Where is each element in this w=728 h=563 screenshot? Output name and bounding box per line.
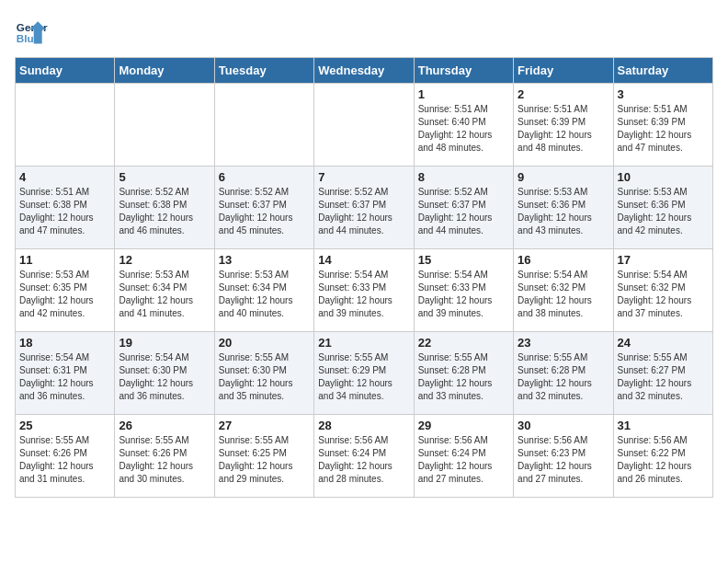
calendar-cell: 17Sunrise: 5:54 AM Sunset: 6:32 PM Dayli… xyxy=(613,249,712,332)
page-header: General Blue xyxy=(15,15,713,48)
day-info: Sunrise: 5:51 AM Sunset: 6:38 PM Dayligh… xyxy=(19,186,110,237)
calendar-cell: 27Sunrise: 5:55 AM Sunset: 6:25 PM Dayli… xyxy=(214,415,313,498)
day-info: Sunrise: 5:55 AM Sunset: 6:26 PM Dayligh… xyxy=(19,434,110,486)
calendar-cell: 22Sunrise: 5:55 AM Sunset: 6:28 PM Dayli… xyxy=(414,332,513,415)
day-number: 3 xyxy=(618,87,709,101)
calendar-week-4: 18Sunrise: 5:54 AM Sunset: 6:31 PM Dayli… xyxy=(16,332,713,415)
day-number: 21 xyxy=(318,336,409,350)
logo-icon: General Blue xyxy=(15,15,48,48)
day-info: Sunrise: 5:53 AM Sunset: 6:36 PM Dayligh… xyxy=(618,186,709,237)
day-info: Sunrise: 5:55 AM Sunset: 6:26 PM Dayligh… xyxy=(119,434,210,486)
day-info: Sunrise: 5:54 AM Sunset: 6:31 PM Dayligh… xyxy=(19,351,110,403)
weekday-header-thursday: Thursday xyxy=(414,58,513,84)
day-info: Sunrise: 5:51 AM Sunset: 6:39 PM Dayligh… xyxy=(618,103,709,155)
calendar-cell: 3Sunrise: 5:51 AM Sunset: 6:39 PM Daylig… xyxy=(613,84,712,167)
day-info: Sunrise: 5:56 AM Sunset: 6:23 PM Dayligh… xyxy=(518,434,609,486)
calendar-cell xyxy=(214,84,313,167)
day-number: 4 xyxy=(19,170,110,184)
calendar-cell: 20Sunrise: 5:55 AM Sunset: 6:30 PM Dayli… xyxy=(214,332,313,415)
day-info: Sunrise: 5:51 AM Sunset: 6:40 PM Dayligh… xyxy=(418,103,509,155)
day-number: 17 xyxy=(618,253,709,267)
day-number: 8 xyxy=(418,170,509,184)
day-info: Sunrise: 5:53 AM Sunset: 6:34 PM Dayligh… xyxy=(119,269,210,320)
calendar-cell: 6Sunrise: 5:52 AM Sunset: 6:37 PM Daylig… xyxy=(214,167,313,249)
calendar-week-2: 4Sunrise: 5:51 AM Sunset: 6:38 PM Daylig… xyxy=(16,167,713,249)
day-number: 14 xyxy=(318,253,409,267)
day-number: 7 xyxy=(318,170,409,184)
calendar-cell: 1Sunrise: 5:51 AM Sunset: 6:40 PM Daylig… xyxy=(414,84,513,167)
calendar-cell: 29Sunrise: 5:56 AM Sunset: 6:24 PM Dayli… xyxy=(414,415,513,498)
calendar-cell: 11Sunrise: 5:53 AM Sunset: 6:35 PM Dayli… xyxy=(16,249,115,332)
weekday-header-saturday: Saturday xyxy=(613,58,712,84)
calendar-cell: 4Sunrise: 5:51 AM Sunset: 6:38 PM Daylig… xyxy=(16,167,115,249)
calendar-cell: 10Sunrise: 5:53 AM Sunset: 6:36 PM Dayli… xyxy=(613,167,712,249)
day-info: Sunrise: 5:54 AM Sunset: 6:30 PM Dayligh… xyxy=(119,351,210,403)
calendar-cell xyxy=(314,84,414,167)
day-info: Sunrise: 5:54 AM Sunset: 6:32 PM Dayligh… xyxy=(518,269,609,320)
weekday-header-monday: Monday xyxy=(115,58,214,84)
calendar-cell: 5Sunrise: 5:52 AM Sunset: 6:38 PM Daylig… xyxy=(115,167,214,249)
day-number: 9 xyxy=(518,170,609,184)
day-number: 2 xyxy=(518,87,609,101)
day-number: 23 xyxy=(518,336,609,350)
day-number: 1 xyxy=(418,87,509,101)
calendar-cell: 18Sunrise: 5:54 AM Sunset: 6:31 PM Dayli… xyxy=(16,332,115,415)
day-info: Sunrise: 5:54 AM Sunset: 6:32 PM Dayligh… xyxy=(618,269,709,320)
calendar-cell: 7Sunrise: 5:52 AM Sunset: 6:37 PM Daylig… xyxy=(314,167,414,249)
day-number: 15 xyxy=(418,253,509,267)
day-info: Sunrise: 5:52 AM Sunset: 6:37 PM Dayligh… xyxy=(219,186,310,237)
weekday-header-sunday: Sunday xyxy=(16,58,115,84)
day-info: Sunrise: 5:52 AM Sunset: 6:37 PM Dayligh… xyxy=(418,186,509,237)
day-info: Sunrise: 5:53 AM Sunset: 6:35 PM Dayligh… xyxy=(19,269,110,320)
calendar-cell: 15Sunrise: 5:54 AM Sunset: 6:33 PM Dayli… xyxy=(414,249,513,332)
calendar-cell: 2Sunrise: 5:51 AM Sunset: 6:39 PM Daylig… xyxy=(514,84,613,167)
calendar-week-1: 1Sunrise: 5:51 AM Sunset: 6:40 PM Daylig… xyxy=(16,84,713,167)
day-number: 22 xyxy=(418,336,509,350)
calendar-cell: 19Sunrise: 5:54 AM Sunset: 6:30 PM Dayli… xyxy=(115,332,214,415)
calendar-cell xyxy=(115,84,214,167)
day-info: Sunrise: 5:55 AM Sunset: 6:27 PM Dayligh… xyxy=(618,351,709,403)
day-number: 24 xyxy=(618,336,709,350)
weekday-header-friday: Friday xyxy=(514,58,613,84)
day-number: 13 xyxy=(219,253,310,267)
calendar-table: SundayMondayTuesdayWednesdayThursdayFrid… xyxy=(15,57,713,498)
calendar-cell: 28Sunrise: 5:56 AM Sunset: 6:24 PM Dayli… xyxy=(314,415,414,498)
day-info: Sunrise: 5:53 AM Sunset: 6:36 PM Dayligh… xyxy=(518,186,609,237)
calendar-week-5: 25Sunrise: 5:55 AM Sunset: 6:26 PM Dayli… xyxy=(16,415,713,498)
calendar-cell: 26Sunrise: 5:55 AM Sunset: 6:26 PM Dayli… xyxy=(115,415,214,498)
calendar-cell: 24Sunrise: 5:55 AM Sunset: 6:27 PM Dayli… xyxy=(613,332,712,415)
day-info: Sunrise: 5:56 AM Sunset: 6:22 PM Dayligh… xyxy=(618,434,709,486)
day-number: 29 xyxy=(418,419,509,432)
day-number: 27 xyxy=(219,419,310,432)
day-info: Sunrise: 5:56 AM Sunset: 6:24 PM Dayligh… xyxy=(418,434,509,486)
day-number: 10 xyxy=(618,170,709,184)
day-number: 31 xyxy=(618,419,709,432)
day-info: Sunrise: 5:55 AM Sunset: 6:28 PM Dayligh… xyxy=(518,351,609,403)
day-info: Sunrise: 5:54 AM Sunset: 6:33 PM Dayligh… xyxy=(318,269,409,320)
calendar-cell: 13Sunrise: 5:53 AM Sunset: 6:34 PM Dayli… xyxy=(214,249,313,332)
day-number: 18 xyxy=(19,336,110,350)
day-info: Sunrise: 5:52 AM Sunset: 6:37 PM Dayligh… xyxy=(318,186,409,237)
calendar-cell: 8Sunrise: 5:52 AM Sunset: 6:37 PM Daylig… xyxy=(414,167,513,249)
calendar-cell: 12Sunrise: 5:53 AM Sunset: 6:34 PM Dayli… xyxy=(115,249,214,332)
weekday-header-wednesday: Wednesday xyxy=(314,58,414,84)
day-number: 11 xyxy=(19,253,110,267)
calendar-week-3: 11Sunrise: 5:53 AM Sunset: 6:35 PM Dayli… xyxy=(16,249,713,332)
day-info: Sunrise: 5:51 AM Sunset: 6:39 PM Dayligh… xyxy=(518,103,609,155)
day-number: 16 xyxy=(518,253,609,267)
day-number: 20 xyxy=(219,336,310,350)
calendar-cell: 31Sunrise: 5:56 AM Sunset: 6:22 PM Dayli… xyxy=(613,415,712,498)
day-info: Sunrise: 5:55 AM Sunset: 6:30 PM Dayligh… xyxy=(219,351,310,403)
calendar-header-row: SundayMondayTuesdayWednesdayThursdayFrid… xyxy=(16,58,713,84)
day-info: Sunrise: 5:55 AM Sunset: 6:29 PM Dayligh… xyxy=(318,351,409,403)
day-info: Sunrise: 5:56 AM Sunset: 6:24 PM Dayligh… xyxy=(318,434,409,486)
day-number: 26 xyxy=(119,419,210,432)
day-number: 25 xyxy=(19,419,110,432)
logo: General Blue xyxy=(15,15,48,48)
calendar-cell: 16Sunrise: 5:54 AM Sunset: 6:32 PM Dayli… xyxy=(514,249,613,332)
day-info: Sunrise: 5:53 AM Sunset: 6:34 PM Dayligh… xyxy=(219,269,310,320)
calendar-cell: 30Sunrise: 5:56 AM Sunset: 6:23 PM Dayli… xyxy=(514,415,613,498)
day-info: Sunrise: 5:55 AM Sunset: 6:28 PM Dayligh… xyxy=(418,351,509,403)
day-number: 6 xyxy=(219,170,310,184)
day-info: Sunrise: 5:55 AM Sunset: 6:25 PM Dayligh… xyxy=(219,434,310,486)
